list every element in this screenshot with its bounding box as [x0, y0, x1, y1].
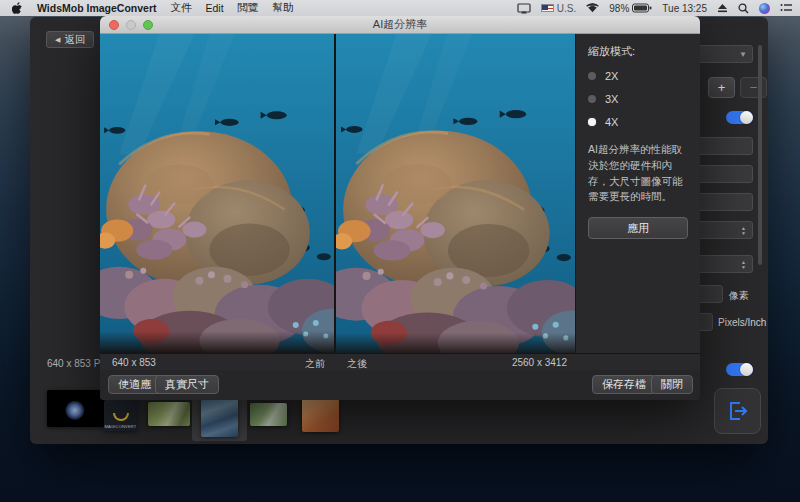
dialog-status-bar: 640 x 853 之前 之後 2560 x 3412 — [100, 353, 700, 370]
after-reef-image — [336, 34, 575, 353]
input-source-flag-icon[interactable]: U.S. — [541, 3, 576, 14]
zoom-mode-label: 縮放模式: — [588, 44, 688, 59]
performance-note: AI超分辨率的性能取決於您的硬件和內存，大尺寸圖像可能需要更長的時間。 — [588, 142, 688, 205]
desktop: WidsMob ImageConvert 文件 Edit 閲覽 幫助 U.S. … — [0, 0, 800, 502]
resolution-unit-label: Pixels/Inch — [718, 317, 766, 328]
after-label: 之後 — [347, 357, 367, 371]
after-image-pane[interactable] — [336, 34, 575, 353]
chevron-down-icon: ▼ — [739, 50, 747, 59]
radio-dot-icon — [588, 95, 596, 103]
us-flag-icon — [541, 4, 554, 12]
stepper-icon[interactable]: ▲▼ — [738, 224, 749, 237]
dialog-body: 縮放模式: 2X 3X 4X AI超分辨率的性能取決於您的硬件和內存，大尺寸圖像… — [100, 34, 700, 353]
apply-button[interactable]: 應用 — [588, 217, 688, 239]
dialog-titlebar[interactable]: AI超分辨率 — [100, 16, 700, 34]
thumbnail-flowers[interactable] — [250, 403, 287, 426]
eject-icon[interactable] — [717, 3, 728, 13]
fit-button[interactable]: 使適應 — [108, 375, 161, 394]
pixels-unit-label: 像素 — [729, 289, 749, 303]
thumbnail-coral-selected[interactable] — [201, 399, 238, 437]
close-window-icon[interactable] — [109, 20, 119, 30]
thumbnail-label: MAGICONVERT — [105, 424, 137, 429]
panel-scrollbar[interactable] — [758, 45, 762, 265]
export-button[interactable] — [714, 388, 761, 434]
wifi-icon[interactable] — [586, 3, 599, 13]
export-icon — [726, 399, 750, 423]
radio-3x[interactable]: 3X — [588, 93, 688, 105]
dialog-control-panel: 縮放模式: 2X 3X 4X AI超分辨率的性能取決於您的硬件和內存，大尺寸圖像… — [575, 34, 700, 353]
minimize-window-icon — [126, 20, 136, 30]
before-size: 640 x 853 — [112, 357, 156, 368]
before-label: 之前 — [305, 357, 325, 371]
ai-super-resolution-dialog: AI超分辨率 — [100, 16, 700, 400]
zoom-window-icon[interactable] — [143, 20, 153, 30]
menu-edit[interactable]: Edit — [206, 2, 224, 14]
smile-logo-icon — [113, 413, 129, 421]
save-file-button[interactable]: 保存存檔 — [592, 375, 656, 394]
add-button[interactable]: + — [708, 77, 735, 98]
menu-view[interactable]: 閲覽 — [238, 1, 259, 15]
thumbnail-earth[interactable] — [47, 390, 105, 427]
actual-size-button[interactable]: 真實尺寸 — [155, 375, 219, 394]
image-size-status: 640 x 853 Pix — [47, 358, 108, 369]
thumbnail-magiconvert[interactable]: MAGICONVERT — [104, 400, 137, 431]
thumbnail-landscape[interactable] — [148, 402, 190, 426]
radio-dot-icon — [588, 72, 596, 80]
spotlight-search-icon[interactable] — [738, 3, 749, 14]
notification-center-icon[interactable] — [780, 3, 792, 13]
battery-percent: 98% — [609, 3, 629, 14]
display-icon[interactable] — [517, 3, 531, 14]
menu-file[interactable]: 文件 — [171, 1, 192, 15]
before-reef-image — [100, 34, 334, 353]
thumbnail-portrait[interactable] — [302, 398, 339, 432]
quality-toggle[interactable] — [726, 363, 753, 376]
battery-indicator[interactable]: 98% — [609, 3, 652, 14]
menu-bar: WidsMob ImageConvert 文件 Edit 閲覽 幫助 U.S. … — [0, 0, 800, 16]
apple-icon[interactable] — [12, 2, 23, 15]
radio-dot-icon — [588, 118, 596, 126]
dialog-footer: 使適應 真實尺寸 保存存檔 關閉 — [100, 370, 700, 400]
remove-button[interactable]: − — [740, 77, 767, 98]
back-button[interactable]: ◀ 返回 — [46, 31, 94, 48]
menu-app-name[interactable]: WidsMob ImageConvert — [37, 2, 157, 14]
battery-icon — [632, 3, 652, 13]
after-size: 2560 x 3412 — [512, 357, 567, 368]
before-image-pane[interactable] — [100, 34, 335, 353]
close-button[interactable]: 關閉 — [651, 375, 693, 394]
menu-clock[interactable]: Tue 13:25 — [662, 3, 707, 14]
resize-toggle[interactable] — [726, 111, 753, 124]
stepper-icon[interactable]: ▲▼ — [738, 258, 749, 271]
back-arrow-icon: ◀ — [55, 36, 60, 44]
dialog-title: AI超分辨率 — [373, 17, 427, 32]
radio-4x[interactable]: 4X — [588, 116, 688, 128]
input-source-label: U.S. — [557, 3, 576, 14]
siri-icon[interactable] — [759, 3, 770, 14]
menu-help[interactable]: 幫助 — [273, 1, 294, 15]
radio-2x[interactable]: 2X — [588, 70, 688, 82]
